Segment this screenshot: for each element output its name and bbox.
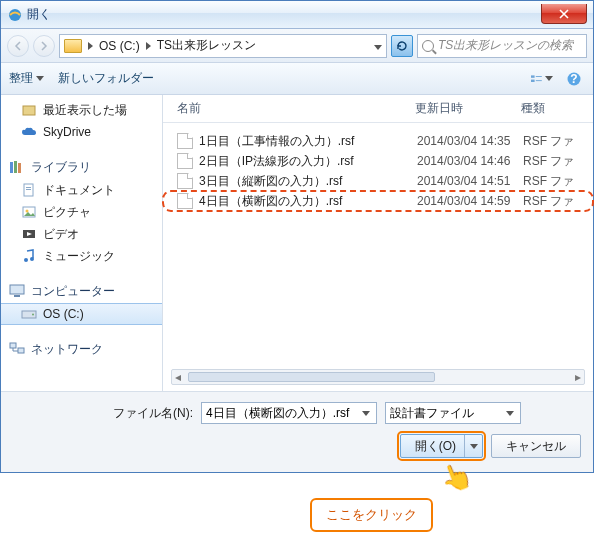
pictures-icon [21,204,37,220]
svg-rect-3 [536,76,542,77]
back-button[interactable] [7,35,29,57]
open-file-dialog: 開く OS (C:) TS出来形レッスン TS出来形レッスンの検索 [0,0,594,473]
sidebar-header-libraries[interactable]: ライブラリ [1,155,162,179]
cancel-button[interactable]: キャンセル [491,434,581,458]
help-button[interactable]: ? [563,70,585,88]
sidebar-item-skydrive[interactable]: SkyDrive [1,121,162,143]
breadcrumb-folder[interactable]: TS出来形レッスン [157,37,256,54]
column-date[interactable]: 更新日時 [415,100,521,117]
file-icon [177,173,193,189]
close-button[interactable] [541,4,587,24]
svg-rect-4 [536,80,542,81]
file-row[interactable]: 2日目（IP法線形の入力）.rsf 2014/03/04 14:46 RSF フ… [163,151,593,171]
cloud-icon [21,124,37,140]
view-mode-button[interactable] [531,70,553,88]
drive-icon [21,306,37,322]
music-icon [21,248,37,264]
svg-rect-10 [18,163,21,173]
search-placeholder: TS出来形レッスンの検索 [438,37,573,54]
address-dropdown-icon[interactable] [374,39,382,53]
recent-icon [21,102,37,118]
svg-rect-19 [10,285,24,294]
forward-button[interactable] [33,35,55,57]
folder-icon [64,39,82,53]
column-headers: 名前 更新日時 種類 [163,95,593,123]
filename-label: ファイル名(N): [113,405,193,422]
svg-rect-7 [23,106,35,115]
filename-input[interactable]: 4日目（横断図の入力）.rsf [201,402,377,424]
svg-rect-12 [26,187,31,188]
svg-point-18 [30,257,34,261]
app-icon [7,7,23,23]
window-buttons [541,5,593,24]
svg-rect-23 [10,343,16,348]
filter-select[interactable]: 設計書ファイル [385,402,521,424]
refresh-button[interactable] [391,35,413,57]
column-type[interactable]: 種類 [521,100,593,117]
sidebar-item-videos[interactable]: ビデオ [1,223,162,245]
column-name[interactable]: 名前 [177,100,415,117]
breadcrumb-drive[interactable]: OS (C:) [99,39,140,53]
sidebar-item-pictures[interactable]: ピクチャ [1,201,162,223]
file-row-highlighted[interactable]: 4日目（横断図の入力）.rsf 2014/03/04 14:59 RSF ファ [163,191,593,211]
sidebar-header-computer[interactable]: コンピューター [1,279,162,303]
svg-point-17 [24,258,28,262]
svg-point-22 [32,314,34,316]
sidebar-item-documents[interactable]: ドキュメント [1,179,162,201]
sidebar: 最近表示した場 SkyDrive ライブラリ ドキュメント ピクチャ ビデオ [1,95,163,391]
sidebar-header-network[interactable]: ネットワーク [1,337,162,361]
sidebar-item-music[interactable]: ミュージック [1,245,162,267]
sidebar-item-recent[interactable]: 最近表示した場 [1,99,162,121]
chevron-down-icon [545,76,553,81]
window-title: 開く [27,6,51,23]
file-icon [177,193,193,209]
address-bar: OS (C:) TS出来形レッスン TS出来形レッスンの検索 [1,29,593,63]
svg-rect-8 [10,162,13,173]
documents-icon [21,182,37,198]
videos-icon [21,226,37,242]
file-icon [177,133,193,149]
chevron-down-icon [36,76,44,81]
library-icon [9,159,25,175]
bottom-panel: ファイル名(N): 4日目（横断図の入力）.rsf 設計書ファイル 開く(O) … [1,391,593,472]
crumb-sep-icon [88,42,93,50]
chevron-down-icon[interactable] [358,405,374,421]
svg-rect-13 [26,189,31,190]
file-row[interactable]: 3日目（縦断図の入力）.rsf 2014/03/04 14:51 RSF ファ [163,171,593,191]
horizontal-scrollbar[interactable]: ◂ ▸ [171,369,585,385]
file-icon [177,153,193,169]
svg-rect-1 [531,75,535,77]
scrollbar-thumb[interactable] [188,372,435,382]
toolbar: 整理 新しいフォルダー ? [1,63,593,95]
titlebar: 開く [1,1,593,29]
svg-rect-20 [14,295,20,297]
svg-rect-24 [18,348,24,353]
open-button[interactable]: 開く(O) [400,434,483,458]
svg-text:?: ? [570,72,577,86]
open-split-dropdown[interactable] [464,435,482,457]
network-icon [9,341,25,357]
file-row[interactable]: 1日目（工事情報の入力）.rsf 2014/03/04 14:35 RSF ファ [163,131,593,151]
computer-icon [9,283,25,299]
address-box[interactable]: OS (C:) TS出来形レッスン [59,34,387,58]
crumb-sep-icon [146,42,151,50]
svg-rect-2 [531,79,535,81]
file-pane: 名前 更新日時 種類 1日目（工事情報の入力）.rsf 2014/03/04 1… [163,95,593,391]
new-folder-button[interactable]: 新しいフォルダー [58,70,154,87]
content-area: 最近表示した場 SkyDrive ライブラリ ドキュメント ピクチャ ビデオ [1,95,593,391]
sidebar-item-osdrive[interactable]: OS (C:) [1,303,162,325]
search-icon [422,40,434,52]
chevron-down-icon[interactable] [502,405,518,421]
svg-rect-9 [14,161,17,173]
search-input[interactable]: TS出来形レッスンの検索 [417,34,587,58]
organize-button[interactable]: 整理 [9,70,44,87]
annotation-callout: ここをクリック [310,498,433,532]
